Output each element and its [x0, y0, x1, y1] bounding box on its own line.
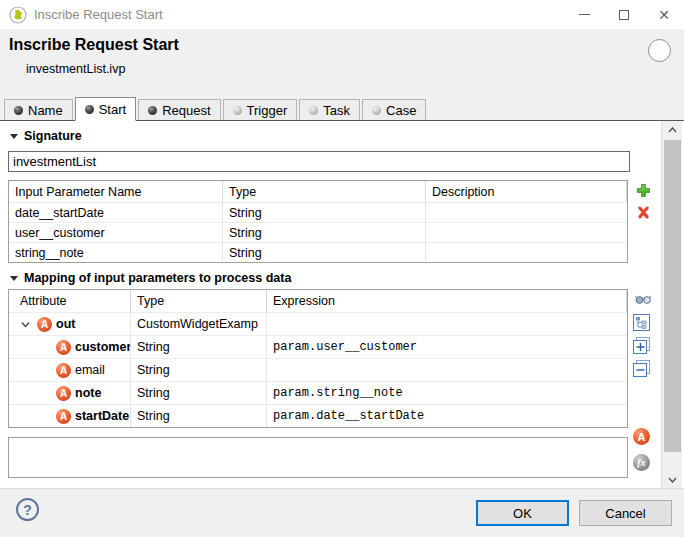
tab-empty-dot-icon	[372, 106, 381, 115]
attribute-name: note	[75, 386, 101, 400]
param-type: String	[223, 203, 426, 222]
mapping-section-header[interactable]: Mapping of input parameters to process d…	[10, 271, 291, 285]
param-type: String	[223, 243, 426, 262]
column-header[interactable]: Description	[426, 181, 627, 202]
param-type: String	[223, 223, 426, 242]
param-description	[426, 223, 627, 242]
table-header-row: Attribute Type Expression	[9, 290, 627, 312]
filter-visible-columns-icon[interactable]	[635, 293, 652, 305]
tab-label: Name	[28, 103, 63, 118]
tree-mode-button[interactable]	[633, 314, 650, 331]
page-subtitle: investmentList.ivp	[26, 62, 125, 76]
mapping-row-out[interactable]: A out CustomWidgetExamp	[9, 312, 627, 335]
scroll-up-button[interactable]	[662, 121, 682, 138]
tab-case[interactable]: Case	[362, 99, 426, 120]
tab-filled-dot-icon	[85, 105, 94, 114]
mapping-row-email[interactable]: A email String	[9, 358, 627, 381]
attribute-name: startDate	[75, 409, 129, 423]
chevron-up-icon	[668, 127, 677, 133]
status-circle-icon	[648, 39, 671, 62]
attribute-icon: A	[56, 363, 71, 378]
signature-name-input[interactable]	[8, 151, 630, 172]
tab-name[interactable]: Name	[4, 99, 73, 120]
param-description	[426, 243, 627, 262]
column-header[interactable]: Expression	[267, 290, 627, 312]
column-header[interactable]: Attribute	[9, 290, 131, 312]
close-button[interactable]: ✕	[644, 0, 684, 29]
attribute-icon: A	[56, 340, 71, 355]
tab-label: Trigger	[247, 103, 288, 118]
param-name: user__customer	[9, 223, 223, 242]
minimize-button[interactable]	[564, 0, 604, 29]
tab-label: Start	[99, 102, 126, 117]
attribute-type: String	[131, 336, 267, 358]
tab-filled-dot-icon	[14, 106, 23, 115]
ok-button[interactable]: OK	[476, 500, 569, 526]
attribute-expression[interactable]: param.user__customer	[267, 336, 627, 358]
delete-parameter-button[interactable]	[636, 205, 651, 220]
window-controls: ✕	[564, 0, 684, 29]
collapse-triangle-icon	[10, 276, 18, 281]
tab-trigger[interactable]: Trigger	[223, 99, 298, 120]
attribute-type: CustomWidgetExamp	[131, 313, 267, 335]
window-title: Inscribe Request Start	[34, 7, 163, 22]
add-parameter-button[interactable]	[636, 183, 651, 198]
tab-label: Request	[162, 103, 210, 118]
maximize-button[interactable]	[604, 0, 644, 29]
page-title: Inscribe Request Start	[9, 36, 179, 54]
tab-bar: Name Start Request Trigger Task Case	[0, 97, 684, 121]
cancel-button[interactable]: Cancel	[579, 500, 672, 526]
tab-label: Task	[323, 103, 350, 118]
attribute-expression[interactable]	[267, 359, 627, 381]
tab-request[interactable]: Request	[138, 99, 220, 120]
attribute-type: String	[131, 405, 267, 427]
attribute-icon: A	[56, 386, 71, 401]
vertical-scrollbar[interactable]	[661, 121, 682, 488]
section-title: Mapping of input parameters to process d…	[24, 271, 291, 285]
attribute-type: String	[131, 359, 267, 381]
column-header[interactable]: Input Parameter Name	[9, 181, 223, 202]
table-row[interactable]: date__startDate String	[9, 202, 627, 222]
table-header-row: Input Parameter Name Type Description	[9, 181, 627, 202]
section-title: Signature	[24, 129, 82, 143]
function-browser-button[interactable]: fx	[633, 454, 650, 471]
param-description	[426, 203, 627, 222]
attribute-browser-button[interactable]: A	[633, 428, 650, 445]
tab-empty-dot-icon	[309, 106, 318, 115]
mapping-row-customer[interactable]: A customer String param.user__customer	[9, 335, 627, 358]
button-bar: ? OK Cancel	[0, 488, 684, 537]
signature-section-header[interactable]: Signature	[10, 129, 82, 143]
scrollbar-thumb[interactable]	[664, 140, 681, 452]
tab-task[interactable]: Task	[299, 99, 360, 120]
scroll-down-button[interactable]	[662, 471, 682, 488]
collapse-all-button[interactable]	[633, 360, 650, 377]
app-logo-icon	[9, 6, 27, 24]
attribute-type: String	[131, 382, 267, 404]
tab-empty-dot-icon	[233, 106, 242, 115]
title-bar: Inscribe Request Start ✕	[0, 0, 684, 29]
dialog-window: Inscribe Request Start ✕ Inscribe Reques…	[0, 0, 684, 537]
attribute-expression[interactable]	[267, 313, 627, 335]
input-parameters-table: Input Parameter Name Type Description da…	[8, 180, 628, 263]
param-name: string__note	[9, 243, 223, 262]
table-row[interactable]: string__note String	[9, 242, 627, 262]
tab-start[interactable]: Start	[75, 97, 136, 121]
expand-all-button[interactable]	[633, 337, 650, 354]
close-icon: ✕	[658, 8, 670, 22]
collapse-triangle-icon	[10, 134, 18, 139]
maximize-icon	[619, 10, 629, 20]
attribute-icon: A	[56, 409, 71, 424]
chevron-down-icon	[668, 477, 677, 483]
table-row[interactable]: user__customer String	[9, 222, 627, 242]
chevron-down-icon[interactable]	[21, 321, 30, 328]
mapping-row-startdate[interactable]: A startDate String param.date__startDate	[9, 404, 627, 427]
attribute-expression[interactable]: param.string__note	[267, 382, 627, 404]
attribute-expression[interactable]: param.date__startDate	[267, 405, 627, 427]
column-header[interactable]: Type	[131, 290, 267, 312]
attribute-icon: A	[37, 317, 52, 332]
mapping-row-note[interactable]: A note String param.string__note	[9, 381, 627, 404]
help-button[interactable]: ?	[16, 498, 39, 521]
column-header[interactable]: Type	[223, 181, 426, 202]
expression-editor[interactable]	[8, 437, 628, 478]
attribute-name: out	[56, 317, 75, 331]
